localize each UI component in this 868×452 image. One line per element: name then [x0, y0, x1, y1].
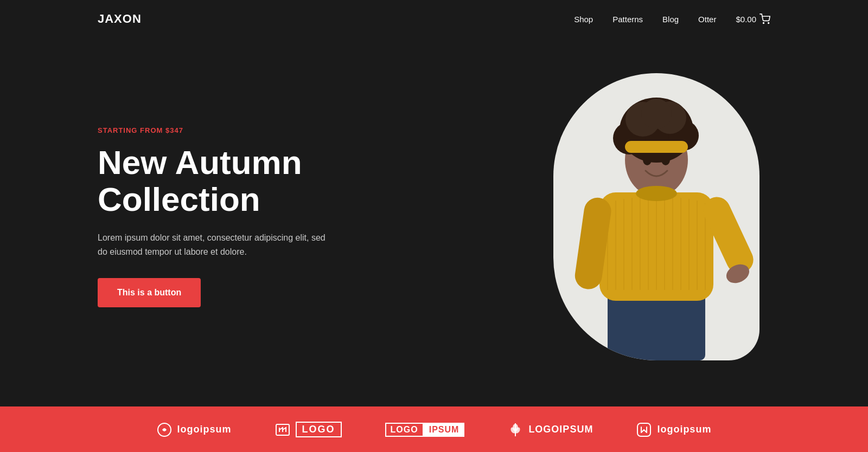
logo-icon-5 — [636, 422, 652, 437]
logo-icon-2 — [275, 422, 290, 437]
brand-item-1: logoipsum — [157, 422, 232, 437]
hero-description: Lorem ipsum dolor sit amet, consectetur … — [98, 231, 336, 259]
brand-label-4: LOGOIPSUM — [528, 424, 593, 435]
svg-point-31 — [641, 99, 672, 129]
hero-tag: STARTING FROM $347 — [98, 126, 380, 134]
brand-item-3: LOGO IPSUM — [385, 423, 465, 437]
cart-price: $0.00 — [736, 15, 756, 24]
brand-item-4: LOGOIPSUM — [508, 422, 593, 437]
cart-button[interactable]: $0.00 — [736, 14, 770, 24]
brand-bar: logoipsum LOGO LOGO IPSUM LOGOIPSUM — [0, 406, 868, 452]
brand-label-1: logoipsum — [177, 424, 232, 435]
hero-title: New Autumn Collection — [98, 144, 380, 218]
main-nav: Shop Patterns Blog Otter $0.00 — [574, 14, 770, 24]
nav-blog[interactable]: Blog — [662, 15, 679, 24]
brand-label-5: logoipsum — [657, 424, 711, 435]
brand-label-2: LOGO — [296, 422, 342, 437]
nav-otter[interactable]: Otter — [698, 15, 716, 24]
nav-shop[interactable]: Shop — [574, 15, 593, 24]
cart-icon — [760, 14, 770, 24]
site-logo[interactable]: JAXON — [98, 12, 142, 26]
hero-content: STARTING FROM $347 New Autumn Collection… — [98, 126, 380, 308]
brand-item-5: logoipsum — [636, 422, 711, 437]
logo-icon-4 — [508, 422, 523, 437]
hero-cta-button[interactable]: This is a button — [98, 278, 201, 307]
header: JAXON Shop Patterns Blog Otter $0.00 — [0, 0, 868, 38]
svg-point-1 — [768, 23, 769, 24]
nav-patterns[interactable]: Patterns — [612, 15, 643, 24]
svg-point-33 — [636, 186, 677, 201]
logo-icon-1 — [157, 422, 172, 437]
hero-image-wrapper — [537, 73, 770, 360]
svg-rect-32 — [625, 141, 688, 153]
hero-image-card — [553, 73, 760, 360]
hero-person-illustration — [553, 73, 760, 360]
hero-section: STARTING FROM $347 New Autumn Collection… — [0, 38, 868, 406]
svg-point-0 — [763, 23, 764, 24]
brand-label-3: LOGO IPSUM — [385, 423, 465, 437]
brand-item-2: LOGO — [275, 422, 342, 437]
